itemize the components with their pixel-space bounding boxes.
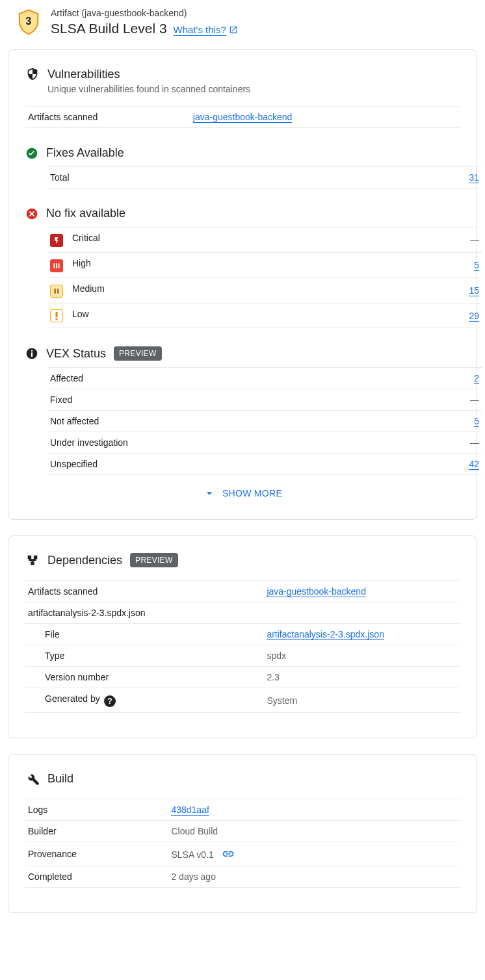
high-link[interactable]: 5: [474, 260, 479, 271]
deps-artifact-link[interactable]: java-guestbook-backend: [267, 586, 366, 597]
fixes-total-link[interactable]: 31: [469, 172, 479, 183]
build-completed-row: Completed 2 days ago: [25, 866, 460, 888]
deps-artifacts-scanned-row: Artifacts scanned java-guestbook-backend: [25, 581, 460, 602]
no-fix-title: No fix available: [46, 207, 125, 220]
svg-rect-3: [54, 263, 55, 268]
svg-rect-6: [55, 289, 56, 294]
svg-rect-8: [56, 312, 58, 317]
critical-icon: [50, 234, 63, 247]
deps-preview-badge: PREVIEW: [130, 553, 177, 567]
sbom-version-row: Version number 2.3: [25, 667, 460, 688]
affected-link[interactable]: 2: [474, 373, 479, 384]
medium-row: Medium 15: [47, 278, 482, 303]
dependencies-icon: [25, 553, 40, 567]
low-link[interactable]: 29: [469, 311, 479, 322]
vex-not-affected-row: Not affected5: [47, 411, 482, 432]
sbom-file-link[interactable]: artifactanalysis-2-3.spdx.json: [267, 629, 384, 640]
dependencies-card: Dependencies PREVIEW Artifacts scanned j…: [8, 535, 477, 738]
shield-security-icon: [25, 67, 40, 81]
svg-point-12: [31, 350, 33, 352]
vulnerabilities-card: Vulnerabilities Unique vulnerabilities f…: [8, 49, 477, 520]
sbom-generated-row: Generated by? System: [25, 688, 460, 713]
wrench-icon: [25, 771, 40, 786]
svg-text:3: 3: [26, 16, 32, 27]
vex-under-investigation-row: Under investigation—: [47, 432, 482, 454]
vex-preview-badge: PREVIEW: [114, 346, 161, 361]
link-chain-icon[interactable]: [222, 847, 235, 860]
vulnerabilities-title: Vulnerabilities: [47, 68, 120, 81]
sbom-name-row: artifactanalysis-2-3.spdx.json: [25, 602, 460, 624]
artifacts-scanned-row: Artifacts scanned java-guestbook-backend: [25, 107, 460, 128]
x-circle-icon: [25, 207, 38, 220]
sbom-type-row: Type spdx: [25, 645, 460, 667]
high-row: High 5: [47, 253, 482, 278]
medium-icon: [50, 285, 63, 298]
external-link-icon: [229, 25, 238, 34]
vex-unspecified-row: Unspecified42: [47, 454, 482, 475]
vex-affected-row: Affected2: [47, 368, 482, 389]
page-title: SLSA Build Level 3: [51, 21, 167, 36]
info-icon: [25, 347, 38, 360]
artifact-link[interactable]: java-guestbook-backend: [193, 112, 293, 123]
svg-rect-5: [59, 263, 60, 268]
critical-row: Critical —: [47, 227, 482, 253]
vulnerabilities-subtitle: Unique vulnerabilities found in scanned …: [47, 84, 460, 94]
svg-rect-9: [56, 318, 58, 320]
build-provenance-row: Provenance SLSA v0.1: [25, 842, 460, 866]
build-logs-row: Logs 438d1aaf: [25, 799, 460, 821]
build-card: Build Logs 438d1aaf Builder Cloud Build …: [8, 754, 477, 913]
fixes-available-title: Fixes Available: [46, 146, 124, 160]
high-icon: [50, 259, 63, 272]
help-icon[interactable]: ?: [104, 695, 116, 707]
vex-status-title: VEX Status: [46, 347, 106, 361]
medium-link[interactable]: 15: [469, 285, 479, 296]
chevron-down-icon: [203, 487, 216, 500]
build-builder-row: Builder Cloud Build: [25, 821, 460, 842]
svg-rect-7: [57, 289, 59, 294]
show-more-button[interactable]: SHOW MORE: [25, 487, 460, 500]
build-title: Build: [47, 772, 73, 786]
svg-rect-11: [31, 352, 33, 357]
slsa-shield-icon: 3: [17, 9, 40, 35]
low-row: Low 29: [47, 303, 482, 328]
artifact-label: Artifact (java-guestbook-backend): [51, 8, 238, 18]
unspecified-link[interactable]: 42: [469, 459, 479, 470]
dependencies-title: Dependencies: [47, 554, 122, 567]
low-icon: [50, 309, 63, 322]
slsa-header: 3 Artifact (java-guestbook-backend) SLSA…: [8, 8, 477, 36]
fixes-total-row: Total 31: [47, 167, 482, 188]
sbom-file-row: File artifactanalysis-2-3.spdx.json: [25, 624, 460, 645]
check-circle-icon: [25, 147, 38, 160]
svg-rect-4: [56, 263, 57, 268]
whats-this-link[interactable]: What's this?: [174, 24, 226, 36]
not-affected-link[interactable]: 5: [474, 416, 479, 427]
logs-link[interactable]: 438d1aaf: [171, 805, 209, 816]
vex-fixed-row: Fixed—: [47, 389, 482, 411]
